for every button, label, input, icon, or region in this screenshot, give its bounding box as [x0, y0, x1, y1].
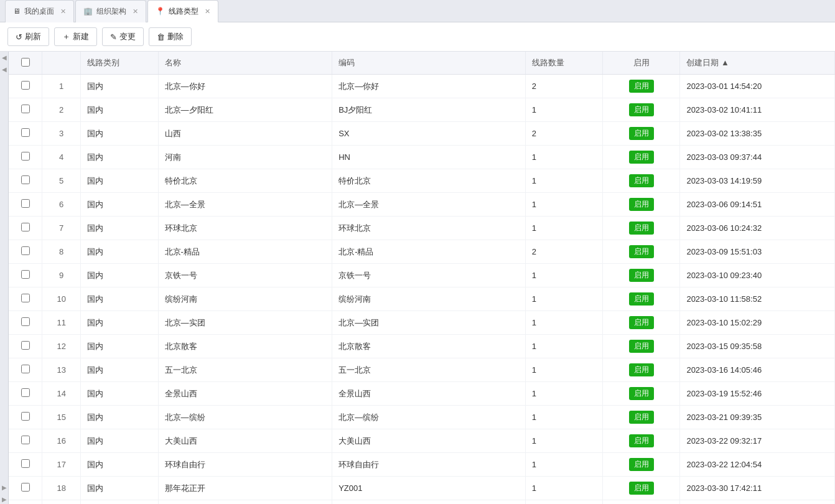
row-count: 1: [525, 453, 602, 477]
row-code: 北京-精品: [332, 240, 526, 264]
data-table: 线路类别 名称 编码 线路数量 启用 创建日期 ▲ 1 国内 北京—你好 北京—…: [9, 52, 835, 504]
row-number: 3: [42, 122, 81, 146]
row-count: 1: [525, 146, 602, 169]
row-checkbox[interactable]: [21, 365, 30, 373]
row-number: 19: [42, 500, 81, 505]
side-arrow-down-1[interactable]: ▶: [1, 482, 8, 493]
row-count: 2: [525, 75, 602, 98]
row-checkbox[interactable]: [21, 436, 30, 444]
status-badge: 启用: [629, 127, 654, 140]
row-type: 国内: [81, 453, 158, 477]
row-checkbox[interactable]: [21, 270, 30, 279]
row-checkbox[interactable]: [21, 483, 30, 492]
row-checkbox-cell[interactable]: [9, 358, 42, 382]
row-checkbox-cell[interactable]: [9, 217, 42, 240]
header-count: 线路数量: [525, 52, 602, 75]
header-created[interactable]: 创建日期 ▲: [680, 52, 835, 75]
row-type: 国内: [81, 146, 158, 169]
row-type: 国内: [81, 500, 158, 505]
status-badge: 启用: [629, 222, 654, 235]
row-created: 2023-03-22 12:04:54: [680, 453, 835, 477]
row-code: 五一北京: [332, 358, 526, 382]
row-checkbox-cell[interactable]: [9, 500, 42, 505]
tab-org-structure-close[interactable]: ✕: [133, 7, 138, 16]
new-button[interactable]: ＋ 新建: [54, 27, 97, 46]
row-count: 2: [525, 240, 602, 264]
row-checkbox[interactable]: [21, 175, 30, 184]
row-checkbox[interactable]: [21, 341, 30, 350]
row-name: 环球自由行: [158, 453, 332, 477]
row-checkbox-cell[interactable]: [9, 122, 42, 146]
toolbar: ↺ 刷新 ＋ 新建 ✎ 变更 🗑 删除: [0, 22, 835, 52]
row-status: 启用: [603, 240, 680, 264]
row-code: 北京—你好: [332, 75, 526, 98]
side-arrow-up-2[interactable]: ◀: [1, 63, 8, 75]
row-number: 6: [42, 193, 81, 217]
row-type: 国内: [81, 335, 158, 358]
row-number: 4: [42, 146, 81, 169]
status-badge: 启用: [629, 245, 654, 258]
row-checkbox[interactable]: [21, 199, 30, 208]
row-checkbox[interactable]: [21, 459, 30, 468]
row-count: 1: [525, 169, 602, 193]
row-checkbox-cell[interactable]: [9, 406, 42, 429]
refresh-icon: ↺: [16, 32, 22, 42]
row-checkbox[interactable]: [21, 128, 30, 137]
row-checkbox[interactable]: [21, 81, 30, 90]
row-checkbox-cell[interactable]: [9, 98, 42, 122]
row-checkbox[interactable]: [21, 152, 30, 161]
tab-my-desktop-close[interactable]: ✕: [60, 7, 66, 16]
row-checkbox-cell[interactable]: [9, 335, 42, 358]
select-all-checkbox[interactable]: [21, 58, 30, 67]
row-checkbox[interactable]: [21, 246, 30, 255]
table-row: 2 国内 北京—夕阳红 BJ夕阳红 1 启用 2023-03-02 10:41:…: [9, 98, 835, 122]
row-checkbox-cell[interactable]: [9, 193, 42, 217]
table-row: 3 国内 山西 SX 2 启用 2023-03-02 13:38:35: [9, 122, 835, 146]
row-name: 北京—夕阳红: [158, 98, 332, 122]
row-checkbox-cell[interactable]: [9, 311, 42, 335]
row-count: 1: [525, 264, 602, 287]
row-count: 1: [525, 477, 602, 500]
header-checkbox-cell[interactable]: [9, 52, 42, 75]
row-checkbox-cell[interactable]: [9, 169, 42, 193]
row-checkbox-cell[interactable]: [9, 146, 42, 169]
refresh-button[interactable]: ↺ 刷新: [7, 27, 49, 46]
row-checkbox-cell[interactable]: [9, 429, 42, 453]
row-name: 盛世长歌: [158, 500, 332, 505]
row-checkbox-cell[interactable]: [9, 264, 42, 287]
row-number: 8: [42, 240, 81, 264]
tab-my-desktop-icon: 🖥: [13, 7, 21, 16]
row-number: 15: [42, 406, 81, 429]
row-checkbox[interactable]: [21, 105, 30, 113]
tab-route-type-close[interactable]: ✕: [205, 7, 210, 16]
tab-org-structure[interactable]: 🏢 组织架构 ✕: [75, 0, 146, 22]
status-badge: 启用: [629, 174, 654, 187]
row-checkbox-cell[interactable]: [9, 477, 42, 500]
row-created: 2023-03-30 17:42:52: [680, 500, 835, 505]
delete-button[interactable]: 🗑 删除: [149, 27, 192, 46]
row-count: 1: [525, 217, 602, 240]
row-checkbox-cell[interactable]: [9, 382, 42, 406]
row-code: 环球北京: [332, 217, 526, 240]
row-checkbox-cell[interactable]: [9, 287, 42, 311]
row-created: 2023-03-21 09:39:35: [680, 406, 835, 429]
edit-button[interactable]: ✎ 变更: [102, 27, 144, 46]
row-number: 9: [42, 264, 81, 287]
tab-route-type[interactable]: 📍 线路类型 ✕: [147, 0, 218, 22]
tab-my-desktop[interactable]: 🖥 我的桌面 ✕: [5, 0, 74, 22]
side-arrow-down-2[interactable]: ▶: [1, 493, 8, 504]
row-checkbox[interactable]: [21, 294, 30, 302]
row-checkbox-cell[interactable]: [9, 453, 42, 477]
table-row: 13 国内 五一北京 五一北京 1 启用 2023-03-16 14:05:46: [9, 358, 835, 382]
row-checkbox[interactable]: [21, 317, 30, 326]
row-checkbox[interactable]: [21, 412, 30, 421]
row-checkbox[interactable]: [21, 388, 30, 397]
row-type: 国内: [81, 217, 158, 240]
table-wrapper[interactable]: 线路类别 名称 编码 线路数量 启用 创建日期 ▲ 1 国内 北京—你好 北京—…: [9, 52, 835, 504]
side-arrow-up-1[interactable]: ◀: [1, 52, 8, 63]
row-checkbox[interactable]: [21, 223, 30, 231]
row-checkbox-cell[interactable]: [9, 240, 42, 264]
row-checkbox-cell[interactable]: [9, 75, 42, 98]
table-row: 19 国内 盛世长歌 XA001 1 启用 2023-03-30 17:42:5…: [9, 500, 835, 505]
table-row: 9 国内 京铁一号 京铁一号 1 启用 2023-03-10 09:23:40: [9, 264, 835, 287]
